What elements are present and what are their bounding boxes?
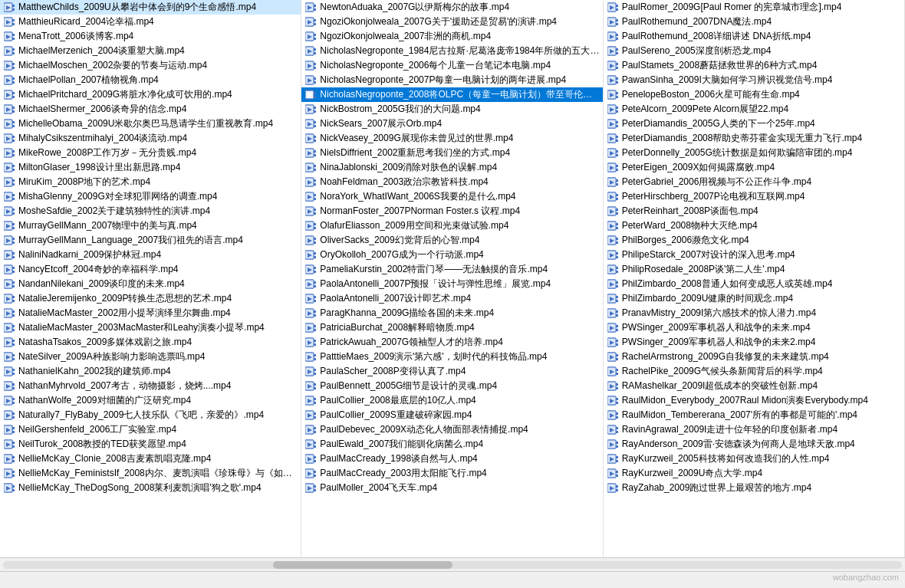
list-item[interactable]: NormanFoster_2007PNorman Foster.s 议程.mp4 <box>301 204 602 218</box>
list-item[interactable]: NatalieJeremijenko_2009P转换生态思想的艺术.mp4 <box>0 291 301 306</box>
list-item[interactable]: PWSinger_2009军事机器人和战争的未来2.mp4 <box>604 335 904 350</box>
list-item[interactable]: MichaelPritchard_2009G将脏水净化成可饮用的.mp4 <box>0 87 301 102</box>
list-item[interactable]: NancyEtcoff_2004奇妙的幸福科学.mp4 <box>0 262 301 277</box>
list-item[interactable]: PawanSinha_2009I大脑如何学习辨识视觉信号.mp4 <box>604 73 904 87</box>
list-item[interactable]: PranavMistry_2009I第六感技术的惊人潜力.mp4 <box>604 306 904 320</box>
list-item[interactable]: NateSilver_2009A种族影响力影响选票吗.mp4 <box>0 350 301 364</box>
list-item[interactable]: RAMashelkar_2009I超低成本的突破性创新.mp4 <box>604 379 904 393</box>
list-item[interactable]: RayZahab_2009跑过世界上最艰苦的地方.mp4 <box>604 481 904 495</box>
list-item[interactable]: NicholasNegroponte_2006每个儿童一台笔记本电脑.mp4 <box>301 58 602 73</box>
list-item[interactable]: MihalyCsikszentmihalyi_2004谈流动.mp4 <box>0 131 301 146</box>
list-item[interactable]: PeterDonnelly_2005G统计数据是如何欺骗陪审团的.mp4 <box>604 146 904 160</box>
list-item[interactable]: PaulSereno_2005深度剖析恐龙.mp4 <box>604 44 904 58</box>
list-item[interactable]: OryOkolloh_2007G成为一个行动派.mp4 <box>301 248 602 262</box>
list-item[interactable]: MichaelMoschen_2002杂要的节奏与运动.mp4 <box>0 58 301 73</box>
list-item[interactable]: NewtonAduaka_2007G以伊斯梅尔的故事.mp4 <box>301 0 602 15</box>
list-item[interactable]: MikeRowe_2008P工作万岁－无分贵贱.mp4 <box>0 146 301 160</box>
list-item[interactable]: RaulMidon_Tembererana_2007'所有的事都是可能的'.mp… <box>604 408 904 422</box>
columns-wrapper[interactable]: MatthewChilds_2009U从攀岩中体会到的9个生命感悟.mp4 Ma… <box>0 0 905 557</box>
list-item[interactable]: MatthewChilds_2009U从攀岩中体会到的9个生命感悟.mp4 <box>0 0 301 15</box>
list-item[interactable]: PaulStamets_2008蘑菇拯救世界的6种方式.mp4 <box>604 58 904 73</box>
list-item[interactable]: PeterEigen_2009X如何揭露腐败.mp4 <box>604 160 904 175</box>
list-item[interactable]: PaulMoller_2004飞天车.mp4 <box>301 481 602 495</box>
list-item[interactable]: PaulCollier_2009S重建破碎家园.mp4 <box>301 408 602 422</box>
list-item[interactable]: MichelleObama_2009U米歇尔奥巴马恳请学生们重视教育.mp4 <box>0 117 301 131</box>
list-item[interactable]: PeterGabriel_2006用视频与不公正作斗争.mp4 <box>604 175 904 189</box>
list-item[interactable]: PaulRothemund_2007DNA魔法.mp4 <box>604 15 904 29</box>
list-item[interactable]: PaulaScher_2008P变得认真了.mp4 <box>301 364 602 379</box>
list-item[interactable]: MenaTrott_2006谈博客.mp4 <box>0 29 301 44</box>
list-item[interactable]: PeterWard_2008物种大灭绝.mp4 <box>604 218 904 233</box>
list-item[interactable]: PhilZimbardo_2009U健康的时间观念.mp4 <box>604 291 904 306</box>
list-item[interactable]: OlafurEliasson_2009用空间和光束做试验.mp4 <box>301 218 602 233</box>
list-item[interactable]: NicholasNegroponte_2007P每童一电脑计划的两年进展.mp4 <box>301 73 602 87</box>
list-item[interactable]: RachelArmstrong_2009G自我修复的未来建筑.mp4 <box>604 350 904 364</box>
list-item[interactable]: NinaJablonski_2009消除对肤色的误解.mp4 <box>301 160 602 175</box>
list-item[interactable]: MiruKim_2008P地下的艺术.mp4 <box>0 175 301 189</box>
list-item[interactable]: PaulEwald_2007我们能驯化病菌么.mp4 <box>301 437 602 452</box>
list-item[interactable]: Naturally7_FlyBaby_2009七人技乐队《飞吧，亲爱的》.mp4 <box>0 408 301 422</box>
list-item[interactable]: NickVeasey_2009G展现你未曾见过的世界.mp4 <box>301 131 602 146</box>
list-item[interactable]: NielsDiffrient_2002重新思考我们坐的方式.mp4 <box>301 146 602 160</box>
list-item[interactable]: PeterHirschberg_2007P论电视和互联网.mp4 <box>604 189 904 204</box>
list-item[interactable]: PameliaKurstin_2002特雷门琴——无法触摸的音乐.mp4 <box>301 262 602 277</box>
list-item[interactable]: PhilBorges_2006濒危文化.mp4 <box>604 233 904 248</box>
list-item[interactable]: PeterDiamandis_2008帮助史蒂芬霍金实现无重力飞行.mp4 <box>604 131 904 146</box>
list-item[interactable]: MiltonGlaser_1998设计里出新思路.mp4 <box>0 160 301 175</box>
list-item[interactable]: PaulBennett_2005G细节是设计的灵魂.mp4 <box>301 379 602 393</box>
list-item[interactable]: PatrickAwuah_2007G领袖型人才的培养.mp4 <box>301 335 602 350</box>
list-item[interactable]: MichaelMerzenich_2004谈重塑大脑.mp4 <box>0 44 301 58</box>
list-item[interactable]: PhilZimbardo_2008普通人如何变成恶人或英雄.mp4 <box>604 277 904 291</box>
list-item[interactable]: NatalieMacMaster_2002用小提琴演绎里尔舞曲.mp4 <box>0 306 301 320</box>
list-item[interactable]: ParagKhanna_2009G描绘各国的未来.mp4 <box>301 306 602 320</box>
list-item[interactable]: NellieMcKay_Clonie_2008吉麦素凯唱克隆.mp4 <box>0 452 301 466</box>
list-item[interactable]: PeteAlcorn_2009Pete Alcorn展望22.mp4 <box>604 102 904 117</box>
list-item[interactable]: NathanWolfe_2009对细菌的广泛研究.mp4 <box>0 393 301 408</box>
list-item[interactable]: NatalieMacMaster_2003MacMaster和Leahy演奏小提… <box>0 320 301 335</box>
list-item[interactable]: NellieMcKay_TheDogSong_2008莱利麦凯演唱'狗之歌'.m… <box>0 481 301 495</box>
list-item[interactable]: PenelopeBoston_2006火星可能有生命.mp4 <box>604 87 904 102</box>
list-item[interactable]: RaulMidon_Everybody_2007Raul Midon演奏Ever… <box>604 393 904 408</box>
list-item[interactable]: PaulMacCready_2003用太阳能飞行.mp4 <box>301 466 602 481</box>
list-item[interactable]: PaulDebevec_2009X动态化人物面部表情捕捉.mp4 <box>301 422 602 437</box>
list-item[interactable]: RavinAgrawal_2009I走进十位年轻的印度创新者.mp4 <box>604 422 904 437</box>
list-item[interactable]: RayKurzweil_2005科技将如何改造我们的人性.mp4 <box>604 452 904 466</box>
list-item[interactable]: NgoziOkonjolweala_2007非洲的商机.mp4 <box>301 29 602 44</box>
list-item[interactable]: PWSinger_2009军事机器人和战争的未来.mp4 <box>604 320 904 335</box>
scrollbar-track[interactable] <box>3 561 902 569</box>
list-item[interactable]: MurrayGellMann_2007物理中的美与真.mp4 <box>0 218 301 233</box>
list-item[interactable]: NickSears_2007展示Orb.mp4 <box>301 117 602 131</box>
list-item[interactable]: NatashaTsakos_2009多媒体戏剧之旅.mp4 <box>0 335 301 350</box>
list-item[interactable]: MichaelPollan_2007植物视角.mp4 <box>0 73 301 87</box>
list-item[interactable]: MosheSafdie_2002关于建筑独特性的演讲.mp4 <box>0 204 301 218</box>
list-item[interactable]: PaulCollier_2008最底层的10亿人.mp4 <box>301 393 602 408</box>
list-item[interactable]: RachelPike_2009G气候头条新闻背后的科学.mp4 <box>604 364 904 379</box>
list-item[interactable]: RayKurzweil_2009U奇点大学.mp4 <box>604 466 904 481</box>
list-item[interactable]: NellieMcKay_FeministsIf_2008内尔、麦凯演唱《珍珠母》… <box>0 466 301 481</box>
list-item[interactable]: PhilipeStarck_2007对设计的深入思考.mp4 <box>604 248 904 262</box>
list-item[interactable]: NandanNilekani_2009谈印度的未来.mp4 <box>0 277 301 291</box>
horizontal-scrollbar[interactable] <box>0 557 905 571</box>
list-item[interactable]: NathanielKahn_2002我的建筑师.mp4 <box>0 364 301 379</box>
list-item[interactable]: PaolaAntonelli_2007设计即艺术.mp4 <box>301 291 602 306</box>
list-item[interactable]: NicholasNegroponte_2008将OLPC（每童一电脑计划）带至哥… <box>301 87 602 102</box>
list-item[interactable]: PaolaAntonelli_2007P预报「设计与弹性思维」展览.mp4 <box>301 277 602 291</box>
list-item[interactable]: MichaelShermer_2006谈奇异的信念.mp4 <box>0 102 301 117</box>
list-item[interactable]: PaulRomer_2009G[Paul Romer 的宪章城市理念].mp4 <box>604 0 904 15</box>
list-item[interactable]: RayAnderson_2009雷·安德森谈为何商人是地球天敌.mp4 <box>604 437 904 452</box>
list-item[interactable]: NaliniNadkarni_2009保护林冠.mp4 <box>0 248 301 262</box>
list-item[interactable]: NickBostrom_2005G我们的大问题.mp4 <box>301 102 602 117</box>
list-item[interactable]: NgoziOkonjolweala_2007G关于'援助还是贸易'的演讲.mp4 <box>301 15 602 29</box>
list-item[interactable]: PaulMacCready_1998谈自然与人.mp4 <box>301 452 602 466</box>
list-item[interactable]: NicholasNegroponte_1984尼古拉斯·尼葛洛庞帝1984年所做… <box>301 44 602 58</box>
scrollbar-thumb[interactable] <box>273 561 452 569</box>
list-item[interactable]: NoraYork_WhatIWant_2006S我要的是什么.mp4 <box>301 189 602 204</box>
list-item[interactable]: NeilGershenfeld_2006工厂实验室.mp4 <box>0 422 301 437</box>
list-item[interactable]: NoahFeldman_2003政治宗教皆科技.mp4 <box>301 175 602 189</box>
list-item[interactable]: MurrayGellMann_Language_2007我们祖先的语言.mp4 <box>0 233 301 248</box>
list-item[interactable]: NeilTurok_2008教授的TED获奖愿望.mp4 <box>0 437 301 452</box>
list-item[interactable]: PatttieMaes_2009演示'第六感'，划时代的科技饰品.mp4 <box>301 350 602 364</box>
list-item[interactable]: NathanMyhrvold_2007考古，动物摄影，烧烤....mp4 <box>0 379 301 393</box>
list-item[interactable]: PeterReinhart_2008P谈面包.mp4 <box>604 204 904 218</box>
list-item[interactable]: MatthieuRicard_2004论幸福.mp4 <box>0 15 301 29</box>
